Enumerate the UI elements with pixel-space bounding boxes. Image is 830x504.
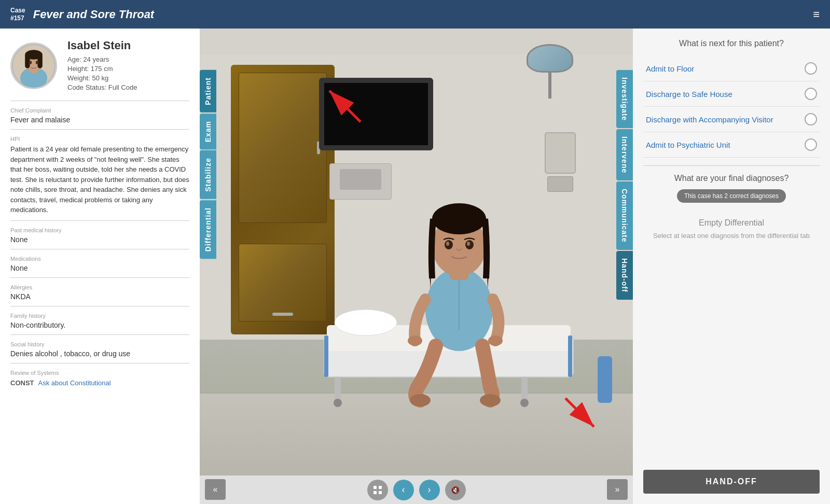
diagnoses-badge: This case has 2 correct diagnoses — [677, 189, 786, 203]
svg-rect-35 — [374, 486, 377, 489]
tab-communicate[interactable]: Communicate — [616, 181, 633, 250]
tab-patient[interactable]: Patient — [200, 70, 216, 113]
hand-off-button[interactable]: HAND-OFF — [643, 470, 820, 494]
mute-btn[interactable]: 🔇 — [445, 480, 466, 500]
svg-rect-38 — [379, 491, 382, 494]
pmh-value: None — [10, 235, 189, 244]
options-list: Admit to Floor Discharge to Safe House D… — [643, 56, 820, 158]
hpi-label: HPI — [10, 136, 189, 142]
radio-admit-psych[interactable] — [805, 138, 817, 151]
tab-differential[interactable]: Differential — [200, 200, 216, 259]
ros-link[interactable]: Ask about Constitutional — [38, 379, 111, 387]
svg-point-7 — [29, 61, 32, 64]
center-panel: Patient Exam Stabilize Differential Inve… — [200, 29, 633, 504]
scene-background — [200, 29, 633, 475]
option-discharge-visitor[interactable]: Discharge with Accompanying Visitor — [643, 107, 820, 132]
tab-handoff[interactable]: Hand-off — [616, 251, 633, 300]
option-discharge-safe-house-label: Discharge to Safe House — [646, 90, 732, 99]
radio-admit-floor[interactable] — [805, 62, 817, 75]
family-history-value: Non-contributory. — [10, 321, 189, 329]
allergies-value: NKDA — [10, 292, 189, 301]
social-history-label: Social history — [10, 341, 189, 347]
medications-value: None — [10, 264, 189, 272]
tab-intervene[interactable]: Intervene — [616, 129, 633, 180]
tv — [319, 78, 433, 150]
left-panel: Isabel Stein Age: 24 years Height: 175 c… — [0, 29, 200, 504]
patient-info: Isabel Stein Age: 24 years Height: 175 c… — [67, 39, 137, 93]
case-title: Fever and Sore Throat — [33, 8, 155, 21]
svg-point-8 — [36, 61, 39, 64]
svg-point-11 — [335, 310, 397, 335]
radio-discharge-safe-house[interactable] — [805, 88, 817, 100]
avatar — [10, 43, 57, 89]
menu-icon[interactable]: ≡ — [813, 8, 820, 21]
option-admit-psych[interactable]: Admit to Psychiatric Unit — [643, 132, 820, 158]
svg-rect-6 — [37, 54, 42, 68]
family-history-label: Family history — [10, 313, 189, 319]
empty-differential-title: Empty Differential — [648, 218, 814, 228]
svg-point-29 — [446, 242, 449, 246]
svg-point-17 — [520, 399, 529, 407]
case-label: Case #157 — [10, 7, 25, 22]
svg-point-16 — [334, 399, 342, 407]
ros-label: Review of Systems — [10, 370, 189, 376]
prev-double-arrow[interactable]: « — [205, 479, 226, 500]
svg-point-20 — [408, 335, 422, 346]
surgical-light — [519, 44, 581, 96]
ros-keyword: CONST — [10, 379, 34, 387]
svg-point-21 — [488, 335, 503, 346]
medications-label: Medications — [10, 256, 189, 262]
chief-complaint-label: Chief Complaint — [10, 107, 189, 114]
empty-differential-text: Select at least one diagnosis from the d… — [648, 232, 814, 240]
pmh-label: Past medical history — [10, 227, 189, 233]
bed-rail-right — [598, 356, 612, 403]
option-admit-floor-label: Admit to Floor — [646, 64, 694, 73]
next-patient-title: What is next for this patient? — [643, 39, 820, 48]
svg-rect-37 — [374, 491, 377, 494]
diagnoses-title: What are your final diagnoses? — [643, 174, 820, 183]
svg-point-23 — [480, 394, 501, 407]
scene-nav-right: Investigate Intervene Communicate Hand-o… — [616, 70, 633, 300]
svg-rect-5 — [25, 54, 30, 68]
chief-complaint-value: Fever and malaise — [10, 116, 189, 124]
patient-header: Isabel Stein Age: 24 years Height: 175 c… — [10, 39, 189, 93]
app-header: Case #157 Fever and Sore Throat ≡ — [0, 0, 830, 29]
settings-btn[interactable] — [367, 480, 388, 500]
svg-point-22 — [410, 394, 431, 407]
tab-stabilize[interactable]: Stabilize — [200, 150, 216, 199]
svg-rect-36 — [379, 486, 382, 489]
social-history-value: Denies alcohol , tobacco, or drug use — [10, 349, 189, 358]
svg-point-30 — [467, 242, 470, 246]
option-admit-floor[interactable]: Admit to Floor — [643, 56, 820, 81]
patient-weight-row: Weight: 50 kg — [67, 74, 137, 82]
radio-discharge-visitor[interactable] — [805, 113, 817, 125]
patient-scene — [283, 185, 584, 408]
next-double-arrow[interactable]: » — [607, 479, 628, 500]
tab-exam[interactable]: Exam — [200, 114, 216, 149]
hpi-text: Patient is a 24 year old female presenti… — [10, 144, 189, 215]
option-discharge-visitor-label: Discharge with Accompanying Visitor — [646, 115, 773, 124]
patient-name: Isabel Stein — [67, 39, 137, 52]
right-panel: What is next for this patient? Admit to … — [633, 29, 830, 504]
svg-rect-13 — [568, 335, 572, 377]
option-admit-psych-label: Admit to Psychiatric Unit — [646, 141, 730, 149]
scene-nav-left: Patient Exam Stabilize Differential — [200, 70, 216, 259]
prev-btn[interactable]: ‹ — [393, 480, 414, 500]
option-discharge-safe-house[interactable]: Discharge to Safe House — [643, 81, 820, 107]
next-btn[interactable]: › — [419, 480, 440, 500]
allergies-label: Allergies — [10, 284, 189, 290]
svg-point-26 — [432, 203, 486, 234]
empty-differential: Empty Differential Select at least one d… — [643, 213, 820, 245]
patient-code-status-row: Code Status: Full Code — [67, 83, 137, 91]
tab-investigate[interactable]: Investigate — [616, 70, 633, 128]
ros-item: CONST Ask about Constitutional — [10, 379, 189, 387]
main-layout: Isabel Stein Age: 24 years Height: 175 c… — [0, 29, 830, 504]
scene-bottom-controls: « ‹ › 🔇 » — [200, 475, 633, 504]
patient-age-row: Age: 24 years — [67, 55, 137, 63]
patient-height-row: Height: 175 cm — [67, 65, 137, 73]
svg-rect-12 — [324, 335, 328, 377]
